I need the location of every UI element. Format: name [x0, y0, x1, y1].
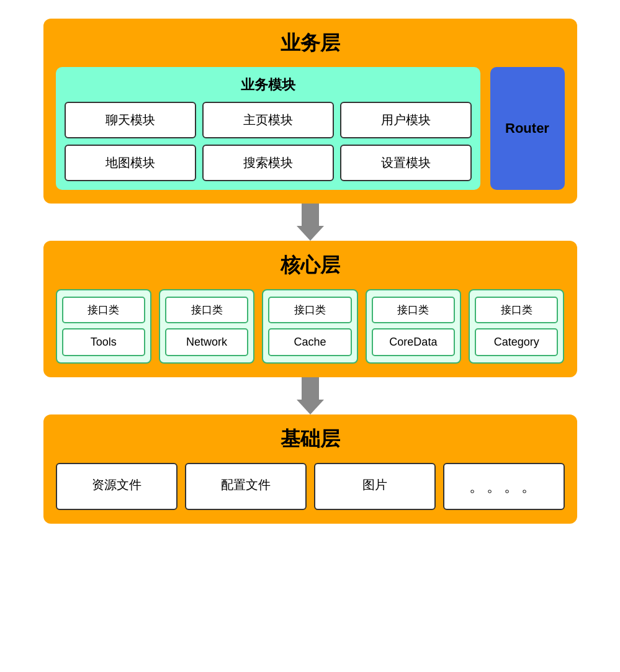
core-item-cache: 接口类 Cache	[262, 289, 357, 364]
business-layer-title: 业务层	[56, 30, 565, 57]
router-label: Router	[505, 120, 549, 137]
business-modules-title: 业务模块	[65, 76, 472, 94]
module-chat: 聊天模块	[65, 102, 196, 138]
foundation-grid: 资源文件 配置文件 图片 。。。。	[56, 463, 565, 510]
core-name-category: Category	[475, 328, 558, 356]
foundation-item-images: 图片	[314, 463, 436, 510]
core-interface-network: 接口类	[165, 297, 248, 323]
core-item-network: 接口类 Network	[159, 289, 254, 364]
arrow-business-to-core	[43, 204, 577, 241]
business-inner: 业务模块 聊天模块 主页模块 用户模块 地图模块 搜索模块 设置模块 Route…	[56, 67, 565, 190]
module-user: 用户模块	[340, 102, 472, 138]
business-modules-container: 业务模块 聊天模块 主页模块 用户模块 地图模块 搜索模块 设置模块	[56, 67, 480, 190]
foundation-item-config: 配置文件	[185, 463, 307, 510]
core-layer: 核心层 接口类 Tools 接口类 Network 接口类 Cache 接口类 …	[43, 241, 577, 377]
core-interface-tools: 接口类	[62, 297, 145, 323]
core-grid: 接口类 Tools 接口类 Network 接口类 Cache 接口类 Core…	[56, 289, 565, 364]
module-search: 搜索模块	[202, 145, 334, 181]
core-interface-coredata: 接口类	[372, 297, 455, 323]
arrow-head-2	[297, 400, 324, 414]
core-interface-cache: 接口类	[268, 297, 351, 323]
foundation-item-resources: 资源文件	[56, 463, 177, 510]
module-map: 地图模块	[65, 145, 196, 181]
core-name-cache: Cache	[268, 328, 351, 356]
arrow-shaft-2	[302, 377, 319, 400]
architecture-diagram: 业务层 业务模块 聊天模块 主页模块 用户模块 地图模块 搜索模块 设置模块 R…	[43, 19, 577, 524]
business-layer: 业务层 业务模块 聊天模块 主页模块 用户模块 地图模块 搜索模块 设置模块 R…	[43, 19, 577, 204]
arrow-head-1	[297, 226, 324, 241]
foundation-item-more: 。。。。	[443, 463, 565, 510]
module-settings: 设置模块	[340, 145, 472, 181]
arrow-down-1	[297, 204, 324, 241]
core-item-coredata: 接口类 CoreData	[366, 289, 461, 364]
core-name-coredata: CoreData	[372, 328, 455, 356]
module-home: 主页模块	[202, 102, 334, 138]
modules-grid: 聊天模块 主页模块 用户模块 地图模块 搜索模块 设置模块	[65, 102, 472, 181]
foundation-layer-title: 基础层	[56, 426, 565, 453]
core-interface-category: 接口类	[475, 297, 558, 323]
router-box: Router	[490, 67, 565, 190]
foundation-layer: 基础层 资源文件 配置文件 图片 。。。。	[43, 414, 577, 524]
core-layer-title: 核心层	[56, 252, 565, 279]
core-name-network: Network	[165, 328, 248, 356]
core-item-tools: 接口类 Tools	[56, 289, 151, 364]
core-name-tools: Tools	[62, 328, 145, 356]
arrow-core-to-foundation	[43, 377, 577, 414]
arrow-shaft-1	[302, 204, 319, 226]
core-item-category: 接口类 Category	[469, 289, 564, 364]
arrow-down-2	[297, 377, 324, 414]
